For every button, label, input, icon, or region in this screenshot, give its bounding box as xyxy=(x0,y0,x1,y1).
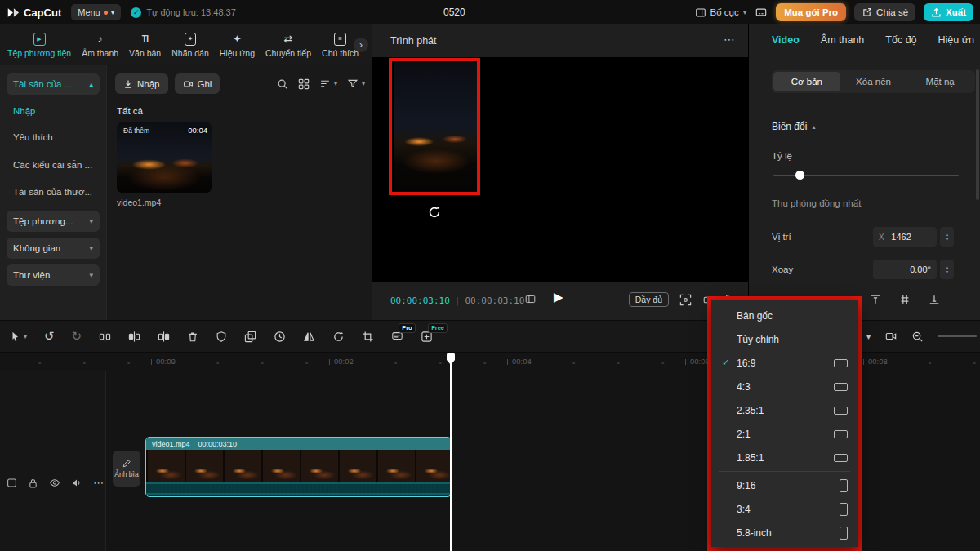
zoom-out-icon[interactable] xyxy=(911,331,924,343)
menu-item-2-1[interactable]: 2:1 xyxy=(711,422,858,446)
menu-item-5-8-inch[interactable]: 5.8-inch xyxy=(711,521,858,544)
menu-item-9-16[interactable]: 9:16 xyxy=(711,473,858,497)
filter-all-label[interactable]: Tất cả xyxy=(117,106,143,116)
focus-icon[interactable] xyxy=(679,294,692,306)
tab-audio-props[interactable]: Âm thanh xyxy=(821,34,865,46)
delete-right-tool[interactable] xyxy=(158,331,170,343)
play-button[interactable] xyxy=(554,290,564,304)
import-button[interactable]: Nhập xyxy=(115,73,168,94)
tab-stickers[interactable]: Nhãn dán xyxy=(169,31,212,60)
tab-transitions[interactable]: Chuyển tiếp xyxy=(263,31,314,60)
track-thumbnail-icon[interactable] xyxy=(7,478,17,488)
menu-item-1-85-1[interactable]: 1.85:1 xyxy=(711,446,858,469)
menu-item-original[interactable]: Bản gốc xyxy=(711,304,858,327)
track-more-button[interactable] xyxy=(93,477,104,489)
eye-icon[interactable] xyxy=(49,478,60,488)
lock-icon[interactable] xyxy=(28,478,38,489)
tab-speed[interactable]: Tốc độ xyxy=(885,34,916,46)
transform-section-header[interactable]: Biến đổi xyxy=(772,121,815,132)
export-button[interactable]: Xuất xyxy=(924,3,973,21)
sidebar-item-presets[interactable]: Các kiểu cài sẵn ... xyxy=(13,160,92,170)
media-icon xyxy=(33,33,46,46)
menu-item-3-4[interactable]: 3:4 xyxy=(711,497,858,521)
rotate-input[interactable]: 0.00° xyxy=(873,260,937,279)
menu-item-4-3[interactable]: 4:3 xyxy=(711,375,858,398)
rotate-tool[interactable] xyxy=(332,331,345,343)
sidebar-item-library[interactable]: Thư viện xyxy=(7,264,100,286)
rotate-stepper[interactable] xyxy=(940,260,954,279)
tab-effects-props[interactable]: Hiệu ứn xyxy=(938,34,975,46)
cover-button[interactable]: Ảnh bìa xyxy=(113,451,140,487)
tab-media[interactable]: Tệp phương tiện xyxy=(5,31,74,60)
align-top-icon[interactable] xyxy=(870,294,881,305)
total-time: 00:00:03:10 xyxy=(465,295,524,306)
sidebar-item-my-assets[interactable]: Tài sản của ... xyxy=(7,73,100,95)
undo-button[interactable] xyxy=(44,329,55,344)
fullscreen-quality-button[interactable]: Đầy đủ xyxy=(629,292,669,307)
scale-slider[interactable] xyxy=(773,175,959,176)
menu-button[interactable]: Menu xyxy=(71,4,121,20)
share-button[interactable]: Chia sẻ xyxy=(854,3,915,21)
position-stepper[interactable] xyxy=(940,227,954,247)
crop-tool[interactable] xyxy=(362,331,374,343)
tab-video[interactable]: Video xyxy=(772,34,800,46)
filter-icon[interactable] xyxy=(347,78,359,89)
stepper-down-icon[interactable] xyxy=(946,237,948,242)
sidebar-item-media-files[interactable]: Tệp phương... xyxy=(7,211,100,232)
position-x-input[interactable]: X -1462 xyxy=(873,227,937,247)
preview-video-content[interactable] xyxy=(394,62,479,193)
sidebar-item-spaces[interactable]: Không gian xyxy=(7,238,100,259)
rotate-handle-icon[interactable] xyxy=(426,204,443,220)
tab-text[interactable]: Văn bản xyxy=(127,31,163,60)
speaker-icon[interactable] xyxy=(71,478,82,488)
timeline-zoom-slider[interactable] xyxy=(938,335,977,337)
split-tool[interactable] xyxy=(99,331,111,343)
sidebar-item-label: Thư viện xyxy=(13,270,50,280)
stepper-down-icon[interactable] xyxy=(946,269,948,274)
slider-knob[interactable] xyxy=(795,171,804,180)
sidebar-item-favorites[interactable]: Yêu thích xyxy=(13,132,53,142)
menu-item-16-9[interactable]: 16:9 xyxy=(711,351,858,375)
tab-audio[interactable]: Âm thanh xyxy=(79,31,121,60)
align-bottom-icon[interactable] xyxy=(929,294,940,305)
effects-icon xyxy=(233,33,242,46)
frame-view-icon[interactable] xyxy=(524,294,537,304)
sidebar-item-brand-assets[interactable]: Tài sản của thươ... xyxy=(13,187,92,197)
media-clip-thumbnail[interactable]: Đã thêm 00:04 xyxy=(117,122,212,193)
subtab-remove-bg[interactable]: Xóa nền xyxy=(840,72,907,91)
capcut-logo[interactable]: CapCut xyxy=(7,7,61,19)
preview-stage[interactable] xyxy=(372,57,748,282)
template-tool[interactable]: Free xyxy=(421,331,433,343)
redo-button[interactable] xyxy=(72,329,82,344)
search-icon[interactable] xyxy=(277,78,288,90)
preview-more-button[interactable] xyxy=(724,33,735,46)
mirror-tool[interactable] xyxy=(303,331,315,343)
layout-button[interactable]: Bố cục xyxy=(695,7,747,18)
rotate-label: Xoay xyxy=(772,264,793,274)
menu-item-2-35-1[interactable]: 2.35:1 xyxy=(711,398,858,422)
grid-view-icon[interactable] xyxy=(298,78,310,90)
select-tool[interactable] xyxy=(10,331,27,343)
sort-icon[interactable] xyxy=(319,78,331,89)
scrollbar[interactable] xyxy=(976,69,979,200)
tab-effects[interactable]: Hiệu ứng xyxy=(217,31,257,60)
timeline-options-button[interactable] xyxy=(866,332,871,341)
subtab-basic[interactable]: Cơ bản xyxy=(773,72,840,91)
sidebar-item-import[interactable]: Nhập xyxy=(13,106,36,116)
shield-tool[interactable] xyxy=(216,331,227,343)
panel-icon[interactable] xyxy=(755,7,768,18)
delete-left-tool[interactable] xyxy=(128,331,140,343)
record-button[interactable]: Ghi xyxy=(175,73,220,94)
subtab-mask[interactable]: Mặt nạ xyxy=(906,72,973,91)
delete-tool[interactable] xyxy=(187,331,198,343)
layout-label: Bố cục xyxy=(710,7,739,17)
speed-tool[interactable] xyxy=(274,331,286,343)
menu-item-custom[interactable]: Tùy chỉnh xyxy=(711,327,858,351)
preview-axis-icon[interactable] xyxy=(884,331,898,342)
buy-pro-button[interactable]: Mua gói Pro xyxy=(776,3,846,21)
align-center-icon[interactable] xyxy=(899,294,911,305)
timeline-clip[interactable]: video1.mp4 00:00:03:10 xyxy=(145,437,452,497)
overlay-tool[interactable] xyxy=(244,331,256,343)
caption-tool[interactable]: Pro xyxy=(391,331,403,342)
more-tabs-button[interactable] xyxy=(354,38,368,52)
